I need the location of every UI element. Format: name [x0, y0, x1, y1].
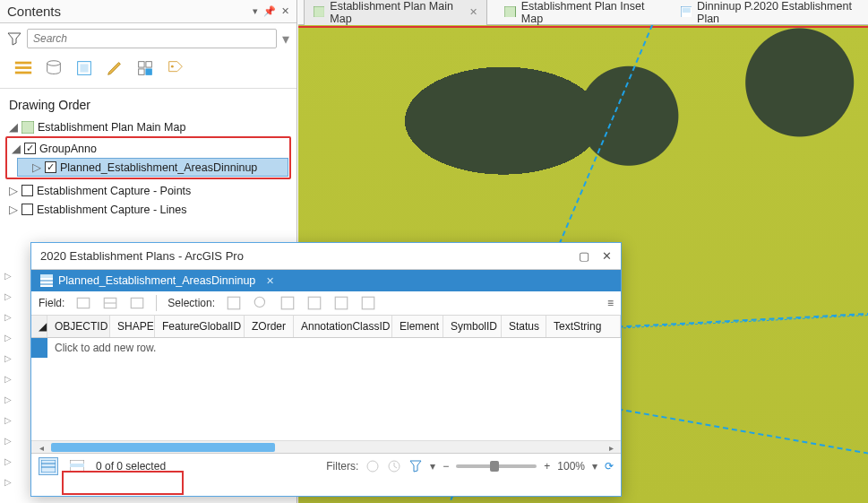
- tab-layout-label: Dinninup P.2020 Establishment Plan: [697, 0, 858, 25]
- field-label: Field:: [39, 297, 64, 309]
- svg-rect-28: [335, 297, 348, 309]
- filter-extent-icon[interactable]: [365, 459, 380, 473]
- list-by-editing-button[interactable]: [104, 57, 125, 79]
- caret-right-icon[interactable]: ▷: [4, 436, 13, 446]
- close-panel-icon[interactable]: ✕: [281, 5, 289, 17]
- col-textstring[interactable]: TextString: [546, 316, 621, 337]
- filter-range-icon[interactable]: [408, 459, 423, 473]
- caret-right-icon[interactable]: ▷: [32, 160, 41, 174]
- zoom-slider[interactable]: [456, 464, 537, 468]
- list-by-selection-button[interactable]: [73, 57, 95, 79]
- map-root-item[interactable]: ◢ Establishment Plan Main Map: [5, 117, 291, 136]
- panel-controls: ▾ 📌 ✕: [253, 5, 289, 17]
- refresh-icon[interactable]: ⟳: [605, 460, 614, 473]
- horizontal-scrollbar[interactable]: ◂ ▸: [31, 440, 621, 453]
- caret-right-icon[interactable]: ▷: [4, 291, 13, 301]
- layer-checkbox[interactable]: [24, 143, 36, 154]
- caret-right-icon[interactable]: ▷: [4, 415, 13, 425]
- add-field-button[interactable]: [75, 295, 91, 311]
- caret-right-icon[interactable]: ▷: [4, 395, 13, 404]
- planned-layer-item[interactable]: ▷ Planned_Establishment_AreasDinninup: [17, 158, 288, 177]
- tab-inset-map[interactable]: Establishment Plan Inset Map: [494, 0, 663, 29]
- new-row[interactable]: Click to add new row.: [31, 338, 621, 358]
- scroll-right-icon[interactable]: ▸: [605, 441, 617, 454]
- caret-down-icon[interactable]: ◢: [9, 120, 18, 134]
- window-controls: ▢ ✕: [579, 249, 612, 263]
- caret-right-icon[interactable]: ▷: [9, 184, 18, 197]
- maximize-icon[interactable]: ▢: [579, 249, 589, 263]
- options-caret-icon[interactable]: ▾: [253, 5, 258, 17]
- caret-right-icon[interactable]: ▷: [4, 312, 13, 322]
- capture-lines-item[interactable]: ▷ Establishment Capture - Lines: [5, 200, 291, 219]
- col-annotationclassid[interactable]: AnnotationClassID: [294, 316, 392, 337]
- caret-down-icon[interactable]: ◢: [12, 142, 21, 155]
- zoom-dropdown-icon[interactable]: ▾: [592, 460, 597, 473]
- svg-rect-20: [78, 298, 90, 308]
- layer-checkbox[interactable]: [21, 204, 33, 215]
- filter-time-icon[interactable]: [387, 459, 401, 473]
- col-shape[interactable]: SHAPE: [110, 316, 155, 337]
- map-icon: [314, 6, 324, 19]
- close-window-icon[interactable]: ✕: [602, 249, 612, 263]
- show-selected-records-button[interactable]: [67, 457, 87, 475]
- scroll-left-icon[interactable]: ◂: [35, 441, 47, 454]
- search-input[interactable]: Search: [27, 29, 277, 48]
- capture-points-item[interactable]: ▷ Establishment Capture - Points: [5, 181, 291, 200]
- svg-rect-15: [682, 7, 690, 12]
- show-all-records-button[interactable]: [39, 457, 58, 475]
- attribute-tab[interactable]: Planned_Establishment_AreasDinninup ✕: [31, 274, 283, 287]
- list-by-drawing-order-button[interactable]: [13, 57, 34, 79]
- caret-right-icon[interactable]: ▷: [4, 353, 13, 363]
- tab-main-map[interactable]: Establishment Plan Main Map ✕: [304, 0, 487, 29]
- filter-dropdown-icon[interactable]: ▾: [430, 460, 435, 473]
- zoom-to-selection-button[interactable]: [253, 295, 269, 311]
- caret-right-icon[interactable]: ▷: [4, 271, 13, 281]
- list-by-source-button[interactable]: [43, 57, 64, 79]
- col-objectid[interactable]: OBJECTID: [47, 316, 110, 337]
- layer-tree: ◢ Establishment Plan Main Map ◢ GroupAnn…: [0, 117, 296, 224]
- table-body[interactable]: Click to add new row.: [31, 338, 621, 440]
- layer-checkbox[interactable]: [21, 185, 33, 196]
- close-tab-icon[interactable]: ✕: [469, 6, 477, 18]
- menu-icon[interactable]: ≡: [607, 297, 614, 309]
- col-element[interactable]: Element: [392, 316, 443, 337]
- attribute-tab-bar: Planned_Establishment_AreasDinninup ✕: [31, 270, 621, 291]
- highlighted-group: ◢ GroupAnno ▷ Planned_Establishment_Area…: [5, 136, 291, 179]
- tab-layout[interactable]: Dinninup P.2020 Establishment Plan: [671, 0, 868, 29]
- col-status[interactable]: Status: [502, 316, 546, 337]
- search-clear-icon[interactable]: ▾: [282, 30, 289, 48]
- col-zorder[interactable]: ZOrder: [245, 316, 294, 337]
- map-root-label: Establishment Plan Main Map: [38, 121, 185, 134]
- delete-field-button[interactable]: [129, 295, 145, 311]
- close-tab-icon[interactable]: ✕: [266, 275, 274, 287]
- window-titlebar[interactable]: 2020 Establishment Plans - ArcGIS Pro ▢ …: [31, 243, 621, 270]
- pin-icon[interactable]: 📌: [263, 5, 276, 17]
- selection-count: 0 of 0 selected: [96, 460, 166, 473]
- groupanno-item[interactable]: ◢ GroupAnno: [8, 139, 288, 158]
- caret-right-icon[interactable]: ▷: [9, 203, 18, 216]
- panel-header: Contents ▾ 📌 ✕: [0, 0, 296, 23]
- caret-right-icon[interactable]: ▷: [4, 374, 13, 384]
- list-by-snapping-button[interactable]: [134, 57, 156, 79]
- zoom-out-button[interactable]: −: [443, 460, 449, 473]
- clear-selection-button[interactable]: [306, 295, 322, 311]
- caret-right-icon[interactable]: ▷: [4, 456, 13, 466]
- caret-right-icon[interactable]: ▷: [4, 477, 13, 487]
- filter-icon[interactable]: [7, 31, 21, 46]
- copy-selection-button[interactable]: [360, 295, 376, 311]
- calculate-field-button[interactable]: [102, 295, 118, 311]
- layer-checkbox[interactable]: [45, 161, 56, 173]
- attribute-table-window[interactable]: 2020 Establishment Plans - ArcGIS Pro ▢ …: [30, 242, 622, 497]
- caret-right-icon[interactable]: ▷: [4, 333, 13, 343]
- switch-selection-button[interactable]: [279, 295, 296, 311]
- delete-selection-button[interactable]: [333, 295, 349, 311]
- svg-rect-26: [281, 297, 294, 309]
- col-symbolid[interactable]: SymbolID: [443, 316, 502, 337]
- list-by-labeling-button[interactable]: [165, 57, 186, 79]
- zoom-in-button[interactable]: +: [544, 460, 550, 473]
- scroll-thumb[interactable]: [51, 443, 275, 452]
- slider-thumb[interactable]: [490, 461, 499, 472]
- col-featureglobalid[interactable]: FeatureGlobalID: [155, 316, 245, 337]
- select-by-attr-button[interactable]: [226, 295, 242, 311]
- row-selector-header[interactable]: ◢: [31, 316, 47, 337]
